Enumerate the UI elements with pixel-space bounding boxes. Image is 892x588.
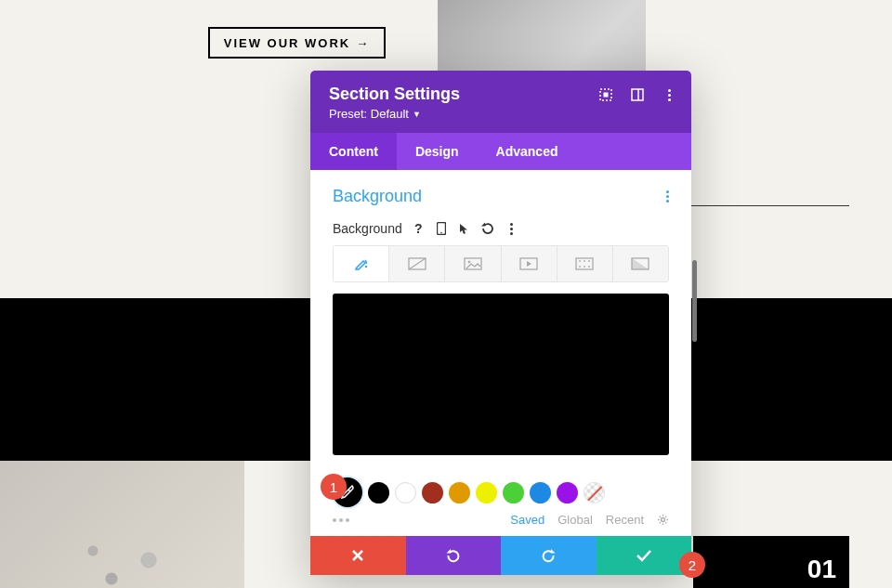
side-panel-icon[interactable] xyxy=(630,87,645,102)
room-image xyxy=(0,461,244,588)
bg-type-pattern[interactable] xyxy=(557,246,612,281)
help-icon[interactable]: ? xyxy=(412,222,426,236)
svg-rect-2 xyxy=(632,89,643,100)
redo-icon xyxy=(541,548,556,563)
swatch-green[interactable] xyxy=(503,482,524,503)
tab-content[interactable]: Content xyxy=(310,133,397,170)
reset-icon[interactable] xyxy=(481,222,495,236)
section-title: Background xyxy=(333,187,422,206)
options-more-icon[interactable] xyxy=(505,222,518,236)
annotation-2: 2 xyxy=(679,552,705,578)
svg-point-6 xyxy=(364,266,366,268)
bg-type-image[interactable] xyxy=(444,246,500,281)
bg-type-video[interactable] xyxy=(501,246,557,281)
swatch-yellow[interactable] xyxy=(476,482,497,503)
more-menu-icon[interactable] xyxy=(662,87,676,102)
preset-label: Preset: Default xyxy=(329,107,409,121)
swatch-purple[interactable] xyxy=(557,482,578,503)
redo-button[interactable] xyxy=(501,536,597,575)
swatch-darkred[interactable] xyxy=(422,482,443,503)
swatch-blue[interactable] xyxy=(530,482,551,503)
svg-point-12 xyxy=(579,260,581,262)
palette-tab-saved[interactable]: Saved xyxy=(510,513,544,527)
background-section: Background Background ? xyxy=(310,170,691,464)
svg-rect-11 xyxy=(576,258,593,269)
gear-icon[interactable] xyxy=(657,514,669,526)
svg-point-14 xyxy=(588,260,590,262)
arrow-right-icon: → xyxy=(356,36,370,50)
header-icons xyxy=(598,87,676,102)
cta-button[interactable]: VIEW OUR WORK → xyxy=(208,27,386,59)
background-label-icons: ? xyxy=(412,222,518,236)
bg-type-color[interactable] xyxy=(334,246,388,281)
save-button[interactable] xyxy=(597,536,692,575)
svg-point-13 xyxy=(584,260,585,262)
swatch-transparent[interactable] xyxy=(584,482,605,503)
caret-down-icon: ▼ xyxy=(413,110,421,119)
svg-point-17 xyxy=(588,266,590,268)
scrollbar[interactable] xyxy=(692,260,697,342)
bg-type-mask[interactable] xyxy=(612,246,668,281)
palette-tab-recent[interactable]: Recent xyxy=(606,513,644,527)
tab-advanced[interactable]: Advanced xyxy=(478,133,577,170)
bg-type-gradient[interactable] xyxy=(388,246,444,281)
svg-point-5 xyxy=(440,232,442,234)
panel-number: 01 xyxy=(807,555,836,584)
more-swatches-icon[interactable] xyxy=(333,518,349,522)
check-icon xyxy=(636,549,651,562)
palette-tabs: Saved Global Recent xyxy=(510,513,669,527)
preset-dropdown[interactable]: Preset: Default ▼ xyxy=(329,107,421,121)
background-label-row: Background ? xyxy=(333,221,669,236)
phone-icon[interactable] xyxy=(435,222,449,236)
svg-rect-1 xyxy=(604,93,609,98)
annotation-1: 1 xyxy=(321,474,347,500)
swatch-black[interactable] xyxy=(368,482,389,503)
modal-header: Section Settings Preset: Default ▼ xyxy=(310,71,691,133)
svg-point-9 xyxy=(468,261,471,264)
palette-tab-global[interactable]: Global xyxy=(558,513,593,527)
svg-point-16 xyxy=(584,266,585,268)
color-preview[interactable] xyxy=(333,294,669,455)
bottom-number-panel: 01 xyxy=(693,536,849,588)
section-title-row: Background xyxy=(333,187,669,206)
close-icon xyxy=(351,549,364,562)
swatch-orange[interactable] xyxy=(449,482,470,503)
palette-controls-row: Saved Global Recent xyxy=(310,507,691,536)
hover-icon[interactable] xyxy=(458,222,472,236)
modal-tabs: Content Design Advanced xyxy=(310,133,691,170)
section-settings-modal: Section Settings Preset: Default ▼ Conte… xyxy=(310,71,691,575)
cancel-button[interactable] xyxy=(310,536,406,575)
svg-point-19 xyxy=(662,518,665,522)
undo-icon xyxy=(446,548,461,563)
cta-label: VIEW OUR WORK xyxy=(224,36,351,50)
expand-icon[interactable] xyxy=(598,87,613,102)
tab-design[interactable]: Design xyxy=(397,133,478,170)
svg-point-15 xyxy=(579,266,581,268)
background-label: Background xyxy=(333,221,402,236)
swatch-white[interactable] xyxy=(395,482,416,503)
modal-footer xyxy=(310,536,691,575)
color-swatches xyxy=(310,477,691,507)
background-type-tabs xyxy=(333,245,669,282)
undo-button[interactable] xyxy=(406,536,502,575)
section-more-icon[interactable] xyxy=(666,190,669,203)
